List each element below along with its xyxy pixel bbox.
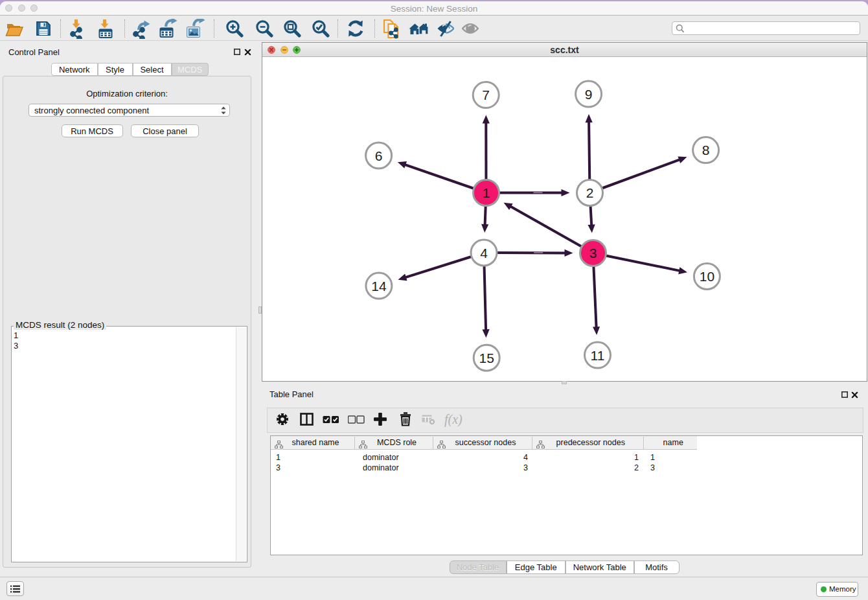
svg-text:10: 10 [700, 269, 714, 284]
svg-text:7: 7 [482, 87, 490, 102]
svg-text:15: 15 [479, 351, 494, 365]
svg-text:4: 4 [480, 246, 488, 260]
svg-text:9: 9 [585, 87, 593, 102]
svg-text:8: 8 [702, 143, 710, 157]
svg-text:14: 14 [371, 279, 387, 294]
svg-text:6: 6 [375, 148, 383, 163]
svg-text:1: 1 [483, 185, 490, 200]
svg-text:3: 3 [589, 246, 597, 260]
svg-text:2: 2 [586, 185, 594, 200]
svg-text:11: 11 [591, 348, 605, 363]
